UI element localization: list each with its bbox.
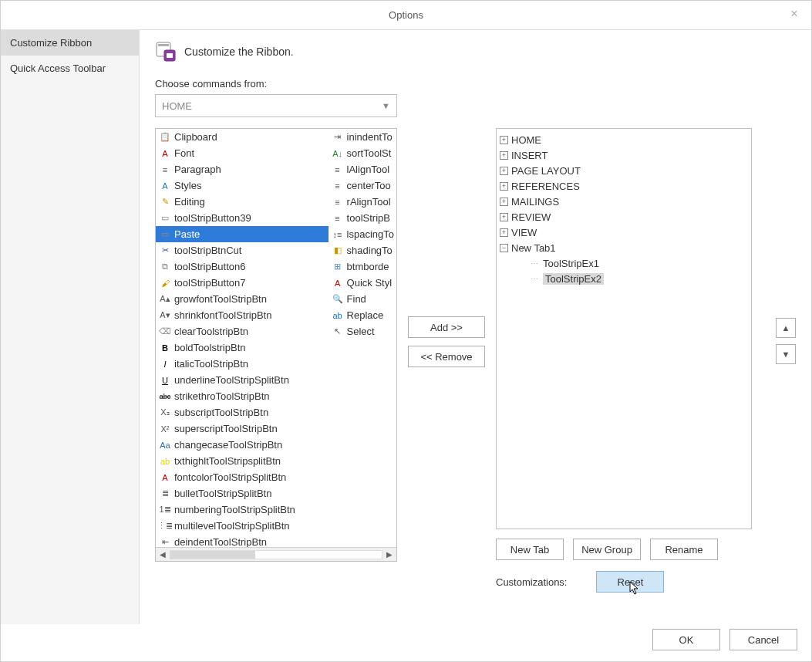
expand-icon[interactable]: + [500,228,508,237]
close-icon[interactable]: × [787,7,802,22]
command-label: Font [174,147,194,159]
command-item[interactable]: AQuick Styl [329,275,396,291]
command-label: multilevelToolStripSplitBtn [174,520,290,532]
commands-listbox[interactable]: 📋ClipboardAFont≡ParagraphAStyles✎Editing… [155,128,397,562]
collapse-icon[interactable]: − [500,244,508,252]
choose-commands-dropdown[interactable]: HOME ▼ [155,94,397,117]
command-item[interactable]: ≣bulletToolStripSplitBtn [156,485,329,502]
command-item[interactable]: ≡centerToo [329,177,396,194]
scroll-thumb[interactable] [170,551,255,559]
command-item[interactable]: A▾shrinkfontToolStripBtn [156,307,329,323]
command-item[interactable]: ⋮≣multilevelToolStripSplitBtn [156,518,329,534]
sidebar: Customize Ribbon Quick Access Toolbar [1,30,140,624]
command-item[interactable]: ≡toolStripB [329,210,396,226]
deindent-icon: ⇤ [159,536,171,548]
move-down-button[interactable]: ▼ [776,344,796,364]
tree-node[interactable]: +VIEW [500,225,748,240]
scroll-track[interactable] [170,550,382,559]
justify-icon: ≡ [332,212,344,225]
tree-node[interactable]: +INSERT [500,147,748,163]
font-color-icon: A [159,471,171,484]
sidebar-item-label: Customize Ribbon [10,37,92,49]
command-label: boldToolstripBtn [174,342,246,353]
expand-icon[interactable]: + [500,167,508,175]
align-right-icon: ≡ [332,196,344,208]
expand-icon[interactable]: + [500,151,508,160]
remove-button[interactable]: << Remove [408,346,485,367]
command-item[interactable]: 🖌toolStripButton7 [156,275,329,291]
rename-button[interactable]: Rename [650,539,718,560]
command-item[interactable]: ⌫clearToolstripBtn [156,323,329,339]
ribbon-tree[interactable]: +HOME+INSERT+PAGE LAYOUT+REFERENCES+MAIL… [496,128,752,529]
tree-node[interactable]: +REVIEW [500,209,748,225]
command-item[interactable]: BboldToolstripBtn [156,339,329,356]
expand-icon[interactable]: + [500,136,508,144]
command-item[interactable]: ≡rAlignTool [329,194,396,210]
tree-connector-icon: ⋯ [531,275,538,283]
new-tab-button[interactable]: New Tab [496,539,564,560]
command-item[interactable]: ≡Paragraph [156,161,329,177]
tree-node-label: VIEW [511,227,537,238]
command-item[interactable]: ▭toolStripButton39 [156,210,329,226]
move-up-button[interactable]: ▲ [776,318,796,338]
command-item[interactable]: ⇥inindentTo [329,129,396,145]
cancel-button[interactable]: Cancel [729,629,797,650]
reset-button[interactable]: Reset [596,571,664,593]
command-item[interactable]: X₂subscriptToolStripBtn [156,404,329,421]
command-item[interactable]: IitalicToolStripBtn [156,356,329,372]
changecase-icon: Aa [159,439,171,451]
grow-font-icon: A▴ [159,293,171,306]
command-item[interactable]: ⊞btmborde [329,258,396,275]
command-item[interactable]: abtxthighltToolStripsplitBtn [156,453,329,469]
expand-icon[interactable]: + [500,198,508,206]
sidebar-item-customize-ribbon[interactable]: Customize Ribbon [1,30,139,56]
command-item[interactable]: ≡lAlignTool [329,161,396,177]
ok-button[interactable]: OK [652,629,720,650]
command-item[interactable]: abcstrikethroToolStripBtn [156,388,329,404]
tree-child-node[interactable]: ⋯ToolStripEx2 [500,271,748,286]
command-item[interactable]: ◧shadingTo [329,242,396,258]
paragraph-lines-icon: ≡ [159,164,171,176]
command-label: changecaseToolStripBtn [174,439,282,451]
command-label: Paste [174,228,200,240]
command-label: btmborde [347,261,389,272]
tree-node[interactable]: +MAILINGS [500,194,748,209]
expand-icon[interactable]: + [500,213,508,221]
command-item[interactable]: AachangecaseToolStripBtn [156,437,329,453]
command-item[interactable]: abReplace [329,307,396,323]
add-button[interactable]: Add >> [408,316,485,338]
command-item[interactable]: ↖Select [329,323,396,339]
new-group-button[interactable]: New Group [573,539,641,560]
command-item[interactable]: UunderlineToolStripSplitBtn [156,372,329,388]
command-item[interactable]: AFont [156,145,329,161]
copy-icon: ⧉ [159,261,171,273]
tree-node[interactable]: +PAGE LAYOUT [500,163,748,178]
command-item[interactable]: ✎Editing [156,194,329,210]
scroll-right-icon[interactable]: ▶ [384,550,395,559]
tree-node-label: REFERENCES [511,181,580,192]
scroll-left-icon[interactable]: ◀ [157,550,168,559]
tree-node[interactable]: −New Tab1 [500,240,748,255]
command-item[interactable]: A↓sortToolSt [329,145,396,161]
tree-node[interactable]: +HOME [500,132,748,147]
horizontal-scrollbar[interactable]: ◀ ▶ [156,547,396,561]
command-item[interactable]: ⧉toolStripButton6 [156,258,329,275]
command-item[interactable]: 1≣numberingToolStripSplitBtn [156,502,329,518]
command-label: bulletToolStripSplitBtn [174,488,271,499]
multilevel-icon: ⋮≣ [159,520,171,532]
command-item[interactable]: X²superscriptToolStripBtn [156,421,329,437]
sidebar-item-quick-access-toolbar[interactable]: Quick Access Toolbar [1,56,139,81]
tree-node[interactable]: +REFERENCES [500,178,748,194]
command-item[interactable]: ↕≡lspacingTo [329,226,396,242]
command-item[interactable]: AStyles [156,177,329,194]
expand-icon[interactable]: + [500,182,508,191]
command-item[interactable]: 📋Clipboard [156,129,329,145]
command-item[interactable]: 🔍Find [329,291,396,307]
sort-icon: A↓ [332,147,344,160]
command-item[interactable]: A▴growfontToolStripBtn [156,291,329,307]
command-item[interactable]: AfontcolorToolStripSplitBtn [156,469,329,485]
command-item[interactable]: ⇤deindentToolStripBtn [156,534,329,547]
tree-child-node[interactable]: ⋯ToolStripEx1 [500,255,748,271]
command-item[interactable]: ▭Paste [156,226,329,242]
command-item[interactable]: ✂toolStripBtnCut [156,242,329,258]
